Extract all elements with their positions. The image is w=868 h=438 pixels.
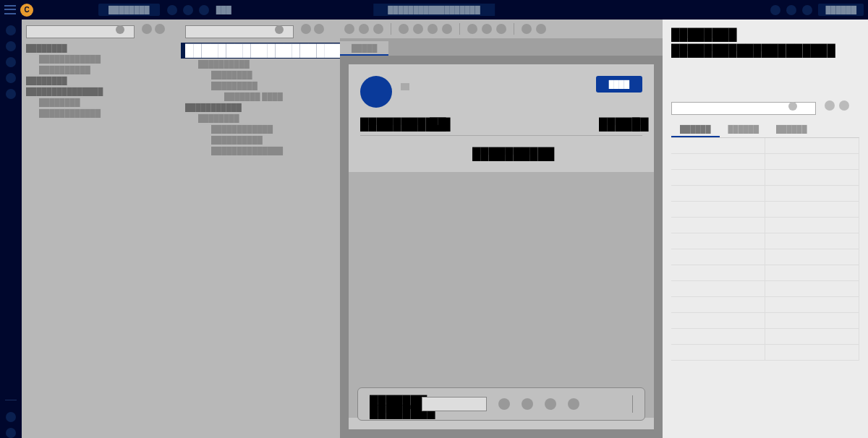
table-row[interactable] [671,329,859,345]
separator [391,23,391,35]
inspector-tab[interactable]: ██████ [671,122,720,137]
tree-item[interactable]: ██████████ [185,134,336,145]
hamburger-icon[interactable] [4,4,16,16]
table-row[interactable] [671,345,859,361]
row-right-label: █████ [599,118,628,125]
table-row[interactable] [671,138,859,154]
tree-tool-4[interactable] [314,24,324,34]
card-body [349,172,654,418]
footer-action-3[interactable] [545,398,556,410]
clear-icon[interactable] [116,25,124,34]
table-row[interactable] [671,265,859,281]
left-sidebar [0,20,22,438]
top-bar: C ████████ ███ ██████████████████ ██████ [0,0,868,20]
top-action-2[interactable] [183,5,193,15]
table-row[interactable] [671,297,859,313]
top-action-group [167,5,209,15]
side-nav-1[interactable] [6,25,16,35]
separator [459,23,460,35]
table-row[interactable] [671,202,859,218]
ct-action-2[interactable] [359,24,369,34]
side-nav-bottom-2[interactable] [6,428,16,438]
tree-item[interactable]: ████████ [26,97,176,108]
ct-action-3[interactable] [373,24,383,34]
inspector-title: ████████ [671,28,722,38]
table-row[interactable] [671,154,859,170]
clear-icon[interactable] [788,102,797,111]
footer-input[interactable] [422,397,487,411]
ct-action-9[interactable] [482,24,492,34]
top-right-action-2[interactable] [786,5,796,15]
tree-item[interactable]: ██████████ [26,64,176,75]
footer-action-1[interactable] [498,398,510,410]
inspector-tab[interactable]: ██████ [767,122,816,137]
top-right-action-3[interactable] [802,5,812,15]
inspector-panel: ████████ ████████████████████ ██████████… [663,20,868,438]
tree-item[interactable]: ██████████████ [185,145,336,156]
table-row[interactable] [671,233,859,249]
tab-1[interactable]: █████ [340,41,388,56]
center-panel: █████ ████ ███████████ ██ [340,20,663,438]
project-title: ████████ [98,4,160,16]
tree-item[interactable]: ████████ [185,69,336,80]
footer-action-4[interactable] [568,398,579,410]
card-center-text: ██████████ [472,147,530,155]
ct-action-7[interactable] [442,24,452,34]
tree-item[interactable]: ███████ ████ [185,91,336,102]
tree-item[interactable]: ████████ [26,75,176,86]
top-center-title: ██████████████████ [373,4,495,16]
top-small-text: ███ [216,6,231,14]
table-row[interactable] [671,281,859,297]
explorer-panel-1: ████████████████████████████████████████… [22,20,181,438]
table-row[interactable] [671,313,859,329]
rp-tool-2[interactable] [839,100,849,111]
side-nav-bottom-1[interactable] [6,412,16,422]
tree-tool-3[interactable] [301,24,311,34]
ct-action-8[interactable] [467,24,477,34]
tree-item[interactable]: ████████████ [26,53,176,64]
card-primary-button[interactable]: ████ [596,76,642,93]
inspector-tab[interactable]: ██████ [720,122,768,137]
ct-action-1[interactable] [344,24,354,34]
separator [514,23,514,35]
table-row[interactable] [671,186,859,202]
top-right-action-1[interactable] [770,5,780,15]
card-avatar-icon [360,76,392,108]
avatar[interactable]: C [20,4,33,17]
side-divider [5,400,17,400]
ct-action-10[interactable] [496,24,506,34]
side-nav-4[interactable] [6,73,16,83]
tree-item[interactable]: ███████████████ [26,86,176,97]
ct-action-5[interactable] [413,24,423,34]
table-row[interactable] [671,218,859,233]
tree-item[interactable]: █████████ [185,80,336,91]
tree-item[interactable]: ████████ [26,43,176,53]
table-row[interactable] [671,170,859,186]
ct-action-12[interactable] [536,24,546,34]
rp-tool-1[interactable] [825,100,835,111]
tree-item-selected[interactable]: ████████████████████████ [181,43,340,59]
table-row[interactable] [671,249,859,265]
tree-tool-1[interactable] [142,24,152,34]
tree-item[interactable]: ███████████ [185,102,336,113]
preview-card: ████ ███████████ ██ █████ ██ ██████████ [349,64,654,429]
top-action-1[interactable] [167,5,177,15]
clear-icon[interactable] [275,25,284,34]
footer-action-2[interactable] [522,398,533,410]
top-action-3[interactable] [199,5,209,15]
tree-item[interactable]: ████████████ [185,124,336,134]
explorer-panel-2: ████████████████████████ ███████████████… [181,20,340,438]
top-right-pill[interactable]: ██████ [818,4,864,16]
ct-action-4[interactable] [399,24,409,34]
inspector-tabs: ██████████████████ [671,122,859,138]
tree-item[interactable]: ██████████ [185,59,336,69]
ct-action-11[interactable] [522,24,532,34]
tree-item[interactable]: ████████ [185,113,336,124]
side-nav-2[interactable] [6,41,16,51]
ct-action-6[interactable] [427,24,438,34]
footer-label-1: ███████ [370,395,406,403]
side-nav-3[interactable] [6,57,16,67]
side-nav-5[interactable] [6,89,16,99]
tree-item[interactable]: ████████████ [26,108,176,119]
tree-tool-2[interactable] [155,24,165,34]
